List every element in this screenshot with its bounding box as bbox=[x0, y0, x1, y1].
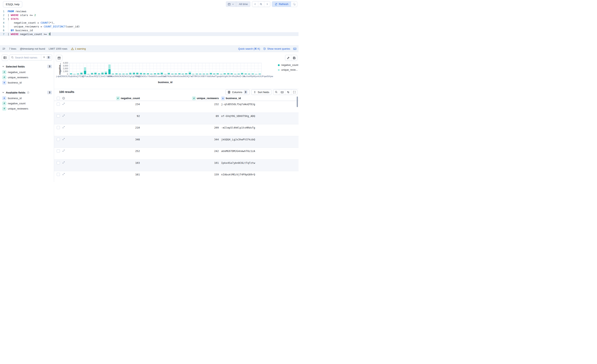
chart-bar[interactable] bbox=[91, 73, 93, 74]
table-row[interactable]: 348344jkGQQ4_LgJx3hwPtCFkzbQ bbox=[54, 136, 298, 148]
vertical-scrollbar[interactable] bbox=[297, 96, 298, 107]
quick-search-link[interactable]: Quick search (⌘ K) bbox=[238, 47, 260, 50]
fullscreen-button[interactable] bbox=[291, 90, 297, 95]
column-header-unique_reviewers[interactable]: #unique_reviewers bbox=[140, 96, 219, 100]
chart-bar[interactable] bbox=[182, 73, 184, 74]
esql-query-editor[interactable]: 1FROM reviews2| WHERE stars <= 23| STATS… bbox=[0, 9, 298, 36]
chart-bar[interactable] bbox=[206, 73, 208, 74]
send-to-background-button[interactable] bbox=[291, 1, 297, 7]
recent-queries-link[interactable]: Show recent queries bbox=[263, 47, 290, 50]
chart-bar[interactable] bbox=[241, 73, 243, 74]
chart-bar[interactable] bbox=[94, 72, 97, 74]
chart-bar[interactable] bbox=[164, 74, 166, 74]
chart-bar[interactable] bbox=[234, 74, 236, 74]
chart-bar[interactable] bbox=[136, 72, 138, 74]
row-checkbox[interactable] bbox=[57, 173, 60, 176]
previous-time-window-button[interactable] bbox=[252, 1, 258, 7]
edit-visualization-button[interactable] bbox=[285, 55, 291, 61]
sidebar-field-business_id[interactable]: kbusiness_id bbox=[2, 80, 52, 85]
toggle-chart-button[interactable] bbox=[56, 55, 62, 61]
editor-line[interactable]: 3| STATS bbox=[0, 17, 298, 21]
column-header-negative_count[interactable]: #negative_count bbox=[66, 96, 140, 100]
chart-bar[interactable] bbox=[108, 64, 110, 74]
expand-row-icon[interactable] bbox=[62, 114, 65, 117]
available-fields-header[interactable]: Available fields 3 bbox=[2, 91, 52, 94]
row-checkbox[interactable] bbox=[57, 138, 60, 141]
legend-item[interactable]: negative_count bbox=[278, 64, 298, 66]
chart-bar[interactable] bbox=[252, 73, 254, 74]
chart-bar[interactable] bbox=[140, 73, 142, 74]
chart-bar[interactable] bbox=[87, 74, 90, 74]
warning-status[interactable]: 1 warning bbox=[71, 47, 86, 50]
chart-bar[interactable] bbox=[231, 73, 233, 74]
sidebar-field-unique_reviewers[interactable]: #unique_reviewers bbox=[2, 75, 52, 80]
chart-bar[interactable] bbox=[126, 73, 128, 74]
display-options-button[interactable] bbox=[285, 90, 291, 95]
collapse-sidebar-button[interactable] bbox=[2, 54, 8, 61]
chart-bar[interactable] bbox=[70, 73, 72, 74]
next-time-window-button[interactable] bbox=[264, 1, 270, 7]
chart-bar[interactable] bbox=[122, 73, 125, 74]
table-row[interactable]: 161159nIAbuktMEzVjT4P9pG89rQ bbox=[54, 171, 298, 182]
chart-bar[interactable] bbox=[98, 73, 100, 74]
table-row[interactable]: 9289of-GVqY0G_UDHXT9Xg_ADQ bbox=[54, 113, 298, 124]
chart-bar[interactable] bbox=[143, 73, 145, 74]
chart-bar[interactable] bbox=[161, 72, 163, 74]
question-circle-icon[interactable] bbox=[27, 91, 30, 94]
expand-row-icon[interactable] bbox=[62, 149, 65, 152]
chart-bar[interactable] bbox=[238, 73, 240, 74]
keyboard-shortcuts-button[interactable] bbox=[279, 90, 285, 95]
chart-bar[interactable] bbox=[245, 73, 247, 74]
esql-help-button[interactable]: ES|QL help bbox=[3, 1, 22, 8]
legend-item[interactable]: unique_revie... bbox=[278, 69, 298, 71]
chart-bar[interactable] bbox=[157, 73, 159, 74]
chart-bar[interactable] bbox=[112, 73, 114, 74]
table-row[interactable]: 103101Ipkx4Sa7ybn8C6LtTqTztw bbox=[54, 160, 298, 171]
chart-bar[interactable] bbox=[210, 73, 212, 74]
expand-row-icon[interactable] bbox=[62, 126, 65, 129]
chart-bar[interactable] bbox=[115, 73, 118, 74]
row-checkbox[interactable] bbox=[57, 114, 60, 117]
expand-row-icon[interactable] bbox=[62, 138, 65, 140]
chart-bar[interactable] bbox=[220, 74, 222, 74]
chart-bar[interactable] bbox=[185, 73, 187, 74]
chart-bar[interactable] bbox=[175, 73, 177, 74]
chart-bar[interactable] bbox=[196, 73, 198, 74]
word-wrap-icon[interactable] bbox=[2, 47, 5, 50]
sort-fields-button[interactable]: Sort fields bbox=[251, 89, 271, 95]
chart-bar[interactable] bbox=[101, 72, 103, 74]
chart-bar[interactable] bbox=[203, 73, 205, 74]
editor-line[interactable]: 4 negative_count = COUNT(*), bbox=[0, 21, 298, 25]
expand-row-icon[interactable] bbox=[62, 102, 65, 105]
chart-bar[interactable] bbox=[227, 73, 229, 74]
field-filter-button[interactable]: 0 bbox=[41, 55, 52, 60]
chart-plot-area[interactable] bbox=[69, 63, 262, 75]
chart-bar[interactable] bbox=[192, 74, 194, 74]
row-checkbox[interactable] bbox=[57, 102, 60, 106]
chart-bar[interactable] bbox=[84, 67, 86, 74]
editor-line[interactable]: 1FROM reviews bbox=[0, 9, 298, 13]
chart-bar[interactable] bbox=[224, 73, 226, 74]
editor-line[interactable]: 5 unique_reviewers = COUNT_DISTINCT(user… bbox=[0, 25, 298, 28]
column-header-business_id[interactable]: kbusiness_id bbox=[221, 96, 294, 100]
chart-bar[interactable] bbox=[178, 73, 181, 74]
sidebar-field-business_id[interactable]: kbusiness_id bbox=[2, 95, 52, 101]
row-checkbox[interactable] bbox=[57, 149, 60, 153]
select-all-checkbox[interactable] bbox=[57, 97, 60, 100]
chart-bar[interactable] bbox=[105, 71, 107, 74]
table-row[interactable]: 252242aUoMG97DMJG4nmwhT6z1zA bbox=[54, 148, 298, 160]
chart-bar[interactable] bbox=[80, 72, 83, 74]
chart-bar[interactable] bbox=[217, 73, 219, 74]
search-in-table-button[interactable] bbox=[273, 90, 279, 95]
chart-bar[interactable] bbox=[189, 72, 191, 74]
refresh-button[interactable]: Refresh bbox=[272, 1, 291, 7]
search-field-names-input[interactable] bbox=[15, 56, 41, 59]
row-checkbox[interactable] bbox=[57, 126, 60, 129]
columns-button[interactable]: Columns 3 bbox=[225, 89, 250, 95]
expand-row-icon[interactable] bbox=[62, 161, 65, 164]
editor-line[interactable]: 7| WHERE negative_count >= 3 bbox=[0, 32, 298, 36]
chart-bar[interactable] bbox=[119, 73, 121, 74]
chart-bar[interactable] bbox=[150, 73, 152, 74]
chart-bar[interactable] bbox=[171, 73, 173, 74]
table-row[interactable]: 234232j-qtdD55OLfSqfsWuQTDJg bbox=[54, 101, 298, 113]
